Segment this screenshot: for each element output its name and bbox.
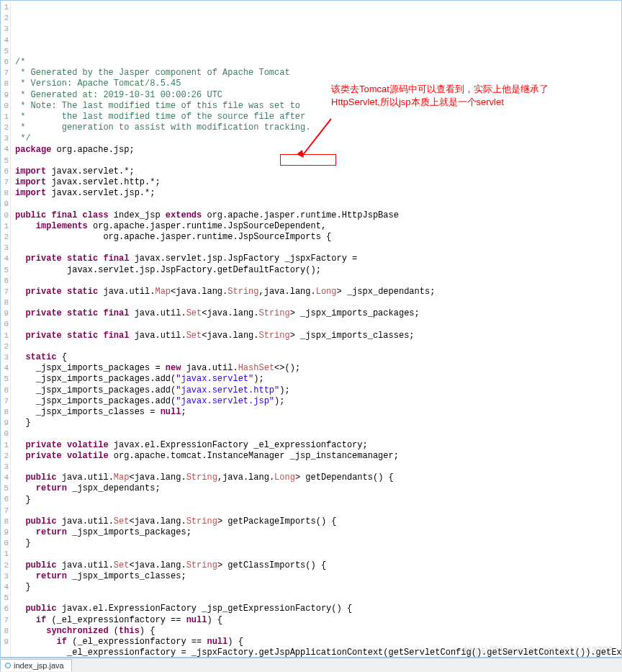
- line-number: 4: [1, 582, 9, 593]
- line-number: 7: [1, 615, 9, 626]
- code-line: private volatile javax.el.ExpressionFact…: [15, 440, 621, 451]
- tab-label: index_jsp.java: [14, 661, 64, 670]
- line-number: 4: [1, 144, 9, 155]
- code-line: [15, 462, 621, 472]
- code-line: [15, 429, 621, 439]
- line-gutter: 1234567890123456789012345678901234567890…: [1, 1, 11, 657]
- line-number: 7: [1, 287, 9, 297]
- annotation-line2: HttpServlet,所以jsp本质上就是一个servlet: [331, 96, 549, 109]
- line-number: 9: [1, 527, 9, 538]
- line-number: 9: [1, 90, 9, 101]
- code-line: import javax.servlet.jsp.*;: [15, 188, 621, 199]
- annotation-line1: 该类去Tomcat源码中可以查看到，实际上他是继承了: [331, 83, 549, 96]
- code-line: _jspx_imports_packages.add("javax.servle…: [15, 374, 621, 385]
- code-line: [15, 549, 621, 560]
- line-number: 1: [1, 331, 9, 341]
- code-line: public java.util.Set<java.lang.String> g…: [15, 516, 621, 527]
- code-line: private static final javax.servlet.jsp.J…: [15, 254, 621, 264]
- line-number: 6: [1, 276, 9, 287]
- code-line: /*: [15, 57, 621, 68]
- line-number: 9: [1, 637, 9, 648]
- line-number: 3: [1, 243, 9, 254]
- line-number: 1: [1, 549, 9, 560]
- line-number: 9: [1, 199, 9, 210]
- line-number: 7: [1, 396, 9, 407]
- line-number: 1: [1, 221, 9, 232]
- line-number: 2: [1, 122, 9, 133]
- code-line: if (_el_expressionfactory == null) {: [15, 615, 621, 626]
- code-line: _jspx_imports_classes = null;: [15, 407, 621, 418]
- line-number: 8: [1, 79, 9, 89]
- code-line: [15, 320, 621, 331]
- code-line: * generation to assist with modification…: [15, 122, 621, 133]
- code-line: * Generated by the Jasper component of A…: [15, 68, 621, 79]
- code-line: private static final java.util.Set<java.…: [15, 308, 621, 319]
- line-number: 6: [1, 494, 9, 505]
- tab-index-jsp-java[interactable]: index_jsp.java: [0, 659, 72, 671]
- line-number: 5: [1, 483, 9, 494]
- code-line: _jspx_imports_packages = new java.util.H…: [15, 363, 621, 374]
- line-number: 2: [1, 560, 9, 571]
- line-number: 4: [1, 363, 9, 374]
- line-number: 6: [1, 385, 9, 396]
- line-number: 8: [1, 626, 9, 637]
- line-number: 4: [1, 35, 9, 46]
- line-number: 8: [1, 516, 9, 527]
- code-line: [15, 199, 621, 210]
- code-line: import javax.servlet.*;: [15, 166, 621, 177]
- line-number: 5: [1, 156, 9, 166]
- code-line: [15, 276, 621, 287]
- line-number: 6: [1, 57, 9, 68]
- line-number: 0: [1, 429, 9, 439]
- line-number: 7: [1, 68, 9, 79]
- code-line: synchronized (this) {: [15, 626, 621, 637]
- line-number: 5: [1, 265, 9, 276]
- code-line: return _jspx_imports_classes;: [15, 571, 621, 582]
- code-line: [15, 506, 621, 516]
- code-line: [15, 593, 621, 604]
- line-number: 5: [1, 593, 9, 604]
- code-line: javax.servlet.jsp.JspFactory.getDefaultF…: [15, 265, 621, 276]
- line-number: 4: [1, 472, 9, 483]
- line-number: 1: [1, 440, 9, 451]
- line-number: 0: [1, 101, 9, 112]
- code-line: _jspx_imports_packages.add("javax.servle…: [15, 385, 621, 396]
- code-line: org.apache.jasper.runtime.JspSourceImpor…: [15, 232, 621, 243]
- code-line: private static final java.util.Set<java.…: [15, 331, 621, 341]
- line-number: 8: [1, 297, 9, 308]
- code-line: * the last modified time of the source f…: [15, 112, 621, 122]
- line-number: 7: [1, 177, 9, 188]
- code-line: public java.util.Set<java.lang.String> g…: [15, 560, 621, 571]
- line-number: 0: [1, 538, 9, 549]
- code-line: import javax.servlet.http.*;: [15, 177, 621, 188]
- code-line: [15, 341, 621, 352]
- line-number: 5: [1, 374, 9, 385]
- code-line: implements org.apache.jasper.runtime.Jsp…: [15, 221, 621, 232]
- line-number: 2: [1, 341, 9, 352]
- line-number: 6: [1, 604, 9, 614]
- line-number: 2: [1, 232, 9, 243]
- line-number: 3: [1, 571, 9, 582]
- line-number: 9: [1, 418, 9, 429]
- highlight-httpjspbase: [280, 154, 336, 166]
- line-number: 8: [1, 407, 9, 418]
- line-number: 3: [1, 24, 9, 35]
- code-line: [15, 297, 621, 308]
- code-line: _jspx_imports_packages.add("javax.servle…: [15, 396, 621, 407]
- line-number: 0: [1, 210, 9, 221]
- line-number: 2: [1, 13, 9, 24]
- line-number: 5: [1, 46, 9, 57]
- line-number: 3: [1, 352, 9, 363]
- watermark: https://blog.csdn.net/u011442726: [464, 645, 613, 656]
- code-line: return _jspx_dependants;: [15, 483, 621, 494]
- line-number: 3: [1, 462, 9, 472]
- code-line: return _jspx_imports_packages;: [15, 527, 621, 538]
- line-number: 1: [1, 2, 9, 13]
- line-number: 0: [1, 319, 9, 330]
- code-line: public javax.el.ExpressionFactory _jsp_g…: [15, 604, 621, 614]
- line-number: 1: [1, 112, 9, 122]
- code-line: }: [15, 582, 621, 593]
- code-line: static {: [15, 352, 621, 363]
- code-line: }: [15, 538, 621, 549]
- line-number: 4: [1, 254, 9, 264]
